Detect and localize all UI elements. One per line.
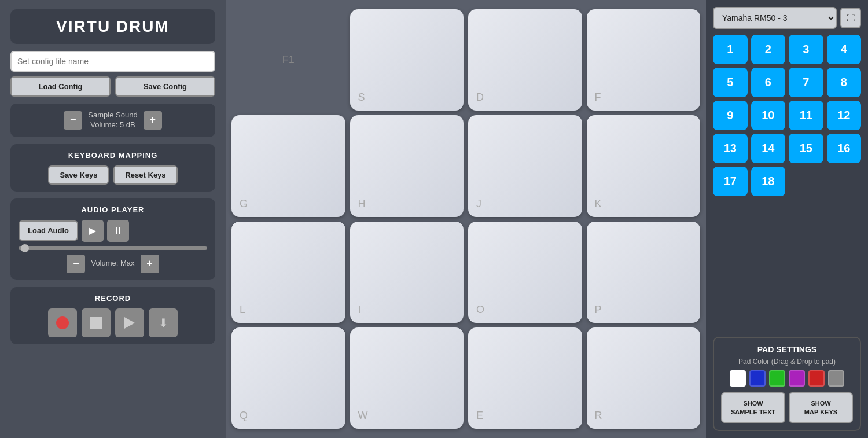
pad-e[interactable]: E	[468, 327, 582, 429]
download-icon: ⬇	[159, 316, 168, 330]
pad-d[interactable]: D	[468, 9, 582, 111]
pad-f[interactable]: F	[587, 9, 701, 111]
pad-number-6[interactable]: 6	[751, 68, 786, 97]
audio-volume-row: − Volume: Max +	[19, 255, 207, 273]
device-row: Yamaha RM50 - 3 Default Device ⛶	[713, 7, 861, 29]
reset-keys-button[interactable]: Reset Keys	[113, 165, 177, 185]
keyboard-mapping-title: KEYBOARD MAPPING	[19, 151, 207, 160]
audio-play-button[interactable]: ▶	[82, 220, 104, 242]
pad-o[interactable]: O	[468, 222, 582, 323]
pad-j-key: J	[476, 198, 481, 210]
save-config-button[interactable]: Save Config	[115, 76, 215, 97]
load-audio-button[interactable]: Load Audio	[19, 220, 78, 241]
pad-s-key: S	[358, 91, 365, 104]
pad-w-key: W	[358, 410, 368, 422]
right-panel: Yamaha RM50 - 3 Default Device ⛶ 1 2 3 4…	[706, 0, 868, 438]
pad-settings-box: PAD SETTINGS Pad Color (Drag & Drop to p…	[713, 337, 861, 431]
pad-s[interactable]: S	[350, 9, 464, 111]
pad-number-7[interactable]: 7	[789, 68, 823, 97]
pad-number-17[interactable]: 17	[713, 167, 748, 196]
pad-k[interactable]: K	[587, 115, 701, 216]
pad-e-key: E	[476, 410, 483, 422]
config-btn-row: Load Config Save Config	[10, 76, 215, 97]
pad-f-key: F	[595, 91, 601, 104]
center-area: F1 S D F G H J K L I O	[226, 0, 706, 438]
pad-number-5[interactable]: 5	[713, 68, 748, 97]
pad-number-12[interactable]: 12	[827, 101, 862, 130]
play-recording-icon	[124, 317, 135, 329]
pad-number-18[interactable]: 18	[751, 167, 786, 196]
pad-d-key: D	[476, 91, 484, 104]
sample-volume-increase-button[interactable]: +	[144, 111, 162, 130]
pad-w[interactable]: W	[350, 327, 464, 429]
swatch-red[interactable]	[808, 370, 825, 387]
swatch-white[interactable]	[730, 370, 746, 387]
pad-number-15[interactable]: 15	[789, 134, 823, 163]
pad-k-key: K	[595, 198, 602, 210]
play-icon: ▶	[89, 225, 96, 236]
pad-grid: F1 S D F G H J K L I O	[231, 9, 700, 429]
sample-volume-decrease-button[interactable]: −	[64, 111, 82, 130]
pad-p[interactable]: P	[587, 222, 701, 323]
pad-number-8[interactable]: 8	[827, 68, 862, 97]
pad-number-10[interactable]: 10	[751, 101, 786, 130]
pad-l[interactable]: L	[231, 222, 345, 323]
pad-settings-title: PAD SETTINGS	[721, 345, 853, 354]
pad-p-key: P	[595, 304, 602, 316]
pad-number-2[interactable]: 2	[751, 35, 786, 64]
swatch-gray[interactable]	[828, 370, 844, 387]
audio-progress-bar[interactable]	[19, 246, 207, 250]
keyboard-mapping-section: KEYBOARD MAPPING Save Keys Reset Keys	[10, 144, 215, 192]
sample-sound-section: − Sample Sound Volume: 5 dB +	[10, 104, 215, 137]
load-config-button[interactable]: Load Config	[10, 76, 111, 97]
audio-player-title: AUDIO PLAYER	[19, 205, 207, 214]
fullscreen-icon: ⛶	[847, 13, 855, 23]
pad-number-4[interactable]: 4	[827, 35, 862, 64]
pad-f1-key: F1	[282, 54, 295, 66]
pad-f1[interactable]: F1	[231, 9, 345, 111]
pad-h-key: H	[358, 198, 366, 210]
audio-volume-label: Volume: Max	[91, 259, 134, 268]
download-recording-button[interactable]: ⬇	[149, 308, 178, 337]
pad-number-3[interactable]: 3	[789, 35, 823, 64]
swatch-blue[interactable]	[749, 370, 766, 387]
pad-h[interactable]: H	[350, 115, 464, 216]
number-grid: 1 2 3 4 5 6 7 8 9 10 11 12 13 14 15 16 1…	[713, 35, 861, 196]
pad-number-1[interactable]: 1	[713, 35, 748, 64]
pad-q[interactable]: Q	[231, 327, 345, 429]
pad-number-13[interactable]: 13	[713, 134, 748, 163]
pad-number-14[interactable]: 14	[751, 134, 786, 163]
pad-j[interactable]: J	[468, 115, 582, 216]
show-sample-text-button[interactable]: SHOWSAMPLE TEXT	[721, 392, 785, 423]
stop-button[interactable]	[82, 308, 111, 337]
pad-number-9[interactable]: 9	[713, 101, 748, 130]
pad-g-key: G	[240, 198, 248, 210]
audio-progress-thumb[interactable]	[21, 244, 29, 252]
pause-icon: ⏸	[113, 226, 123, 236]
swatch-green[interactable]	[769, 370, 785, 387]
record-icon	[56, 316, 69, 329]
record-button[interactable]	[48, 308, 77, 337]
device-select[interactable]: Yamaha RM50 - 3 Default Device	[713, 7, 837, 29]
config-section: Load Config Save Config	[10, 51, 215, 97]
fullscreen-button[interactable]: ⛶	[840, 8, 861, 28]
swatch-purple[interactable]	[789, 370, 805, 387]
record-title: RECORD	[19, 294, 207, 303]
audio-progress-row	[19, 246, 207, 250]
app-title: VIRTU DRUM	[10, 9, 215, 44]
save-keys-button[interactable]: Save Keys	[48, 165, 109, 185]
play-recording-button[interactable]	[115, 308, 144, 337]
config-file-input[interactable]	[10, 51, 215, 72]
pad-r[interactable]: R	[587, 327, 701, 429]
pad-number-16[interactable]: 16	[827, 134, 862, 163]
sample-volume-row: − Sample Sound Volume: 5 dB +	[19, 111, 207, 130]
audio-pause-button[interactable]: ⏸	[107, 220, 129, 242]
record-section: RECORD ⬇	[10, 287, 215, 344]
show-map-keys-button[interactable]: SHOWMAP KEYS	[789, 392, 853, 423]
audio-volume-decrease-button[interactable]: −	[67, 255, 85, 273]
pad-number-11[interactable]: 11	[789, 101, 823, 130]
keyboard-mapping-btn-row: Save Keys Reset Keys	[19, 165, 207, 185]
pad-i[interactable]: I	[350, 222, 464, 323]
pad-g[interactable]: G	[231, 115, 345, 216]
audio-volume-increase-button[interactable]: +	[141, 255, 159, 273]
